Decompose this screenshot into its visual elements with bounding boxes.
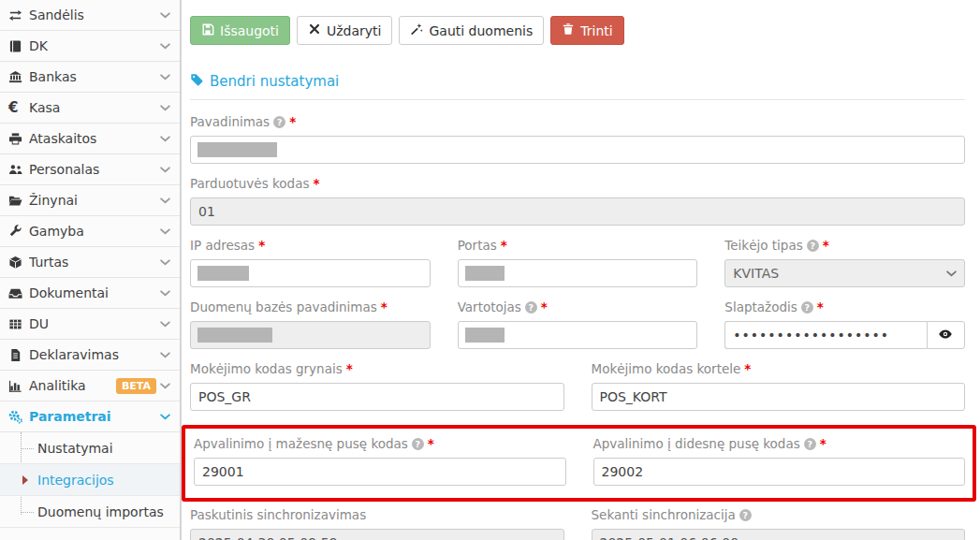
chevron-down-icon <box>160 12 170 19</box>
sidebar-submenu-parametrai: NustatymaiIntegracijosDuomenų importas <box>0 432 180 528</box>
chevron-down-icon <box>160 352 170 358</box>
sekanti-sinchronizacija-input <box>592 529 966 540</box>
mokejimo-grynais-input[interactable] <box>190 383 564 411</box>
close-icon <box>308 22 321 38</box>
document-icon <box>8 348 29 362</box>
apvalinimo-didesne-input[interactable] <box>593 458 966 486</box>
required-asterisk <box>289 114 296 129</box>
redacted-value <box>465 328 505 343</box>
sidebar-subitem-integracijos[interactable]: Integracijos <box>0 464 180 496</box>
chevron-down-icon <box>160 43 170 50</box>
redacted-value <box>197 266 249 281</box>
save-icon <box>201 22 214 38</box>
sidebar-item-dokumentai[interactable]: Dokumentai <box>0 278 180 309</box>
chevron-down-icon <box>160 197 170 204</box>
gears-icon <box>8 410 29 424</box>
field-teikejo-tipas: Teikėjo tipas KVITAS <box>724 238 965 287</box>
help-icon[interactable] <box>739 509 752 521</box>
required-asterisk <box>820 436 826 451</box>
close-label: Uždaryti <box>327 23 381 38</box>
parduotuves-kodas-label: Parduotuvės kodas <box>190 176 309 191</box>
chevron-down-icon <box>160 228 170 235</box>
help-icon[interactable] <box>801 301 813 314</box>
sidebar-item-parametrai[interactable]: Parametrai <box>0 401 180 432</box>
book-icon <box>8 39 29 53</box>
sidebar-item-kasa[interactable]: €Kasa <box>0 93 180 124</box>
paskutinis-sinchronizavimas-input <box>190 529 564 540</box>
mokejimo-kortele-input[interactable] <box>592 383 966 411</box>
users-icon <box>8 163 29 177</box>
help-icon[interactable] <box>804 438 816 450</box>
field-ip-adresas: IP adresas <box>190 238 431 287</box>
field-portas: Portas <box>458 238 698 287</box>
sidebar-item-turtas[interactable]: Turtas <box>0 247 180 278</box>
sidebar-item-zinynai[interactable]: Žinynai <box>0 185 180 216</box>
section-title: Bendri nustatymai <box>190 73 965 90</box>
euro-icon: € <box>8 101 29 115</box>
save-label: Išsaugoti <box>220 23 279 38</box>
help-icon[interactable] <box>525 301 537 314</box>
fetch-data-label: Gauti duomenis <box>429 23 533 38</box>
sidebar-item-deklaravimas[interactable]: Deklaravimas <box>0 340 180 371</box>
highlight-annotation-box: Apvalinimo į mažesnę pusę kodas Apvalini… <box>182 425 976 502</box>
tag-icon <box>190 73 203 90</box>
sidebar-subitem-nustatymai[interactable]: Nustatymai <box>0 432 180 464</box>
sidebar-item-analitika[interactable]: AnalitikaBETA <box>0 371 180 401</box>
slaptazodis-label: Slaptažodis <box>724 299 797 314</box>
sidebar-item-du[interactable]: DU <box>0 309 180 340</box>
folder-open-icon <box>8 194 29 208</box>
chevron-down-icon <box>160 74 170 80</box>
field-mokejimo-kodas-kortele: Mokėjimo kodas kortele <box>592 361 966 411</box>
help-icon[interactable] <box>273 116 285 128</box>
chevron-down-icon <box>160 414 170 420</box>
printer-icon <box>8 132 29 146</box>
required-asterisk <box>381 299 388 314</box>
field-slaptazodis: Slaptažodis <box>724 299 965 349</box>
eye-icon <box>938 327 953 344</box>
delete-button[interactable]: Trinti <box>550 16 623 45</box>
portas-label: Portas <box>458 238 497 253</box>
close-button[interactable]: Uždaryti <box>297 16 392 45</box>
redacted-value <box>197 142 277 157</box>
help-icon[interactable] <box>807 240 819 252</box>
show-password-button[interactable] <box>927 321 965 349</box>
required-asterisk <box>541 299 548 314</box>
toolbar: Išsaugoti Uždaryti Gauti duomenis Trinti <box>190 0 965 45</box>
required-asterisk <box>817 299 824 314</box>
sidebar-item-sandelis[interactable]: Sandėlis <box>0 0 180 31</box>
chevron-down-icon <box>160 321 170 328</box>
bar-chart-icon <box>8 379 29 393</box>
required-asterisk <box>346 361 353 376</box>
pavadinimas-label: Pavadinimas <box>190 114 270 129</box>
field-mokejimo-kodas-grynais: Mokėjimo kodas grynais <box>190 361 564 411</box>
magic-wand-icon <box>410 22 423 38</box>
delete-label: Trinti <box>580 23 612 38</box>
field-apvalinimo-mazesne: Apvalinimo į mažesnę pusę kodas <box>194 436 566 486</box>
mokejimo-grynais-label: Mokėjimo kodas grynais <box>190 361 343 376</box>
teikejo-tipas-select[interactable]: KVITAS <box>724 259 965 287</box>
pavadinimas-input[interactable] <box>190 136 965 164</box>
sidebar-item-bankas[interactable]: Bankas <box>0 62 180 93</box>
slaptazodis-input[interactable] <box>724 321 927 349</box>
sidebar-item-ataskaitos[interactable]: Ataskaitos <box>0 124 180 154</box>
apvalinimo-mazesne-input[interactable] <box>194 458 566 486</box>
cube-icon <box>8 255 29 270</box>
vartotojas-label: Vartotojas <box>458 299 521 314</box>
required-asterisk <box>823 238 829 253</box>
redacted-value <box>465 266 505 281</box>
inbox-icon <box>8 286 29 300</box>
sekanti-sinchronizacija-label: Sekanti sinchronizacija <box>592 507 736 522</box>
field-apvalinimo-didesne: Apvalinimo į didesnę pusę kodas <box>593 436 966 486</box>
section-divider <box>190 99 965 100</box>
fetch-data-button[interactable]: Gauti duomenis <box>399 16 544 45</box>
save-button[interactable]: Išsaugoti <box>190 16 290 45</box>
teikejo-tipas-label: Teikėjo tipas <box>724 238 802 253</box>
sidebar-item-personalas[interactable]: Personalas <box>0 154 180 185</box>
help-icon[interactable] <box>412 438 424 450</box>
app-window: SandėlisDKBankas€KasaAtaskaitosPersonala… <box>0 0 980 540</box>
sidebar: SandėlisDKBankas€KasaAtaskaitosPersonala… <box>0 0 182 540</box>
sidebar-subitem-duomenu-importas[interactable]: Duomenų importas <box>0 496 180 528</box>
sidebar-item-gamyba[interactable]: Gamyba <box>0 216 180 247</box>
sidebar-item-dk[interactable]: DK <box>0 31 180 62</box>
paskutinis-sinchronizavimas-label: Paskutinis sinchronizavimas <box>190 507 366 522</box>
